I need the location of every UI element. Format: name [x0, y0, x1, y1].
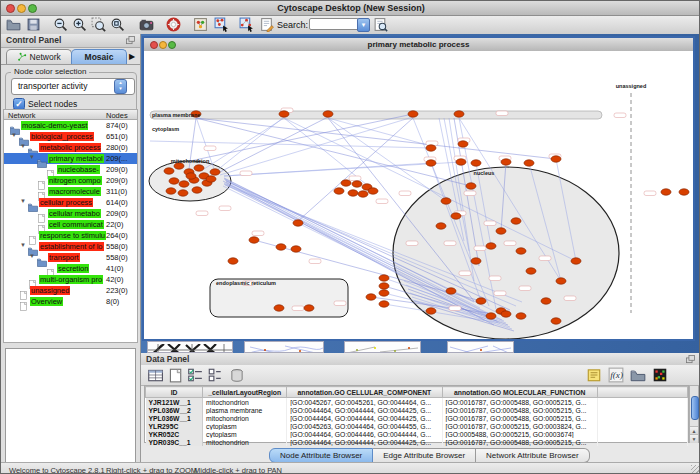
expand-arrow-icon[interactable]: ▼ — [29, 154, 35, 160]
cell[interactable]: [GO:0044464, GO:0044444, GO:0044425, G..… — [287, 406, 442, 414]
network-canvas[interactable]: plasma membranecytoplasmmitochondrionnuc… — [144, 51, 693, 339]
new-attribute-button[interactable] — [167, 367, 183, 383]
cell[interactable]: mitochondrion — [203, 414, 287, 422]
tree-row-cell-communicat[interactable]: cell communicat22(0) — [4, 219, 137, 230]
graph-node[interactable] — [426, 145, 436, 151]
graph-node[interactable] — [551, 318, 561, 324]
graph-node[interactable] — [476, 298, 486, 304]
expand-arrow-icon[interactable]: ▼ — [20, 242, 26, 248]
column-header[interactable]: annotation.GO MOLECULAR_FUNCTION — [442, 387, 597, 398]
graph-node[interactable] — [516, 313, 526, 319]
scroll-down-icon[interactable]: ▼ — [690, 434, 698, 443]
graph-node[interactable] — [541, 298, 551, 304]
tree-row-unassigned[interactable]: unassigned223(0) — [4, 285, 137, 296]
notes-button[interactable] — [586, 367, 602, 383]
graph-node[interactable] — [451, 213, 461, 219]
graph-node[interactable] — [379, 301, 389, 307]
graph-node[interactable] — [501, 159, 511, 165]
graph-node[interactable] — [426, 308, 436, 314]
zoom-selected-button[interactable] — [91, 17, 106, 32]
table-row[interactable]: YPL036W__1mitochondrion[GO:0044464, GO:0… — [146, 414, 688, 422]
graph-node[interactable] — [334, 188, 344, 194]
network-view-window[interactable]: primary metabolic process plasma membran… — [142, 36, 695, 341]
cell[interactable]: [GO:0016787, GO:0005488, GO:0005215, G..… — [442, 414, 597, 422]
cell[interactable]: YPL036W__1 — [146, 414, 203, 422]
cell[interactable]: mitochondrion — [203, 438, 287, 446]
background-network-window[interactable] — [244, 341, 324, 353]
tree-row-overview[interactable]: Overview8(0) — [4, 296, 137, 307]
graph-node[interactable] — [408, 111, 418, 117]
cell[interactable]: mitochondrion — [203, 398, 287, 407]
tab-mosaic[interactable]: Mosaic — [71, 49, 127, 64]
graph-node[interactable] — [368, 188, 378, 194]
graph-node[interactable] — [501, 311, 511, 317]
graph-node[interactable] — [426, 160, 436, 166]
graph-node[interactable] — [228, 258, 238, 264]
cell[interactable]: YJR121W__1 — [146, 398, 203, 407]
graph-node[interactable] — [454, 111, 464, 117]
graph-node[interactable] — [486, 243, 496, 249]
graph-node[interactable] — [169, 178, 179, 184]
graph-node[interactable] — [458, 141, 468, 147]
graph-node[interactable] — [274, 305, 284, 311]
tab-scroll-right-icon[interactable]: ▶ — [129, 52, 135, 61]
tab-node-attribute-browser[interactable]: Node Attribute Browser — [269, 448, 373, 463]
cell[interactable]: [GO:0016787, GO:0005488, GO:0005215, G..… — [442, 438, 597, 446]
cell[interactable]: [GO:0016787, GO:0005488, GO:0005215, G..… — [442, 398, 597, 407]
save-button[interactable] — [26, 17, 41, 32]
expand-arrow-icon[interactable]: ▼ — [20, 198, 26, 204]
tree-row-response-to-stimulu[interactable]: response to stimulu264(0) — [4, 230, 137, 241]
cell[interactable]: cytoplasm — [203, 430, 287, 438]
network-overlay-button[interactable] — [214, 17, 229, 32]
select-stepper-icon[interactable]: ▲▼ — [114, 79, 127, 94]
graph-node[interactable] — [471, 160, 481, 166]
table-row[interactable]: YPL036W__2plasma membrane[GO:0044464, GO… — [146, 406, 688, 414]
snapshot-button[interactable] — [139, 17, 154, 32]
background-network-window[interactable] — [344, 341, 421, 353]
help-button[interactable] — [166, 17, 181, 32]
birdseye-view-panel[interactable] — [5, 348, 136, 474]
expand-arrow-icon[interactable]: ▼ — [29, 253, 35, 259]
graph-node[interactable] — [291, 246, 301, 252]
background-network-window[interactable] — [447, 341, 514, 353]
column-header[interactable]: _cellularLayoutRegion — [203, 387, 287, 398]
cell[interactable]: plasma membrane — [203, 406, 287, 414]
graph-node[interactable] — [352, 181, 362, 187]
tab-network-attribute-browser[interactable]: Network Attribute Browser — [476, 448, 589, 463]
graph-node[interactable] — [276, 244, 286, 250]
graph-node[interactable] — [661, 189, 671, 195]
graph-node[interactable] — [571, 258, 581, 264]
graph-node[interactable] — [551, 156, 561, 162]
graph-node[interactable] — [304, 305, 314, 311]
tree-row-cellular-metabo[interactable]: cellular metabo209(0) — [4, 208, 137, 219]
column-header[interactable]: ID — [146, 387, 203, 398]
network-window-titlebar[interactable]: primary metabolic process — [144, 38, 693, 52]
tree-row-multi-organism-pro[interactable]: multi-organism pro42(0) — [4, 274, 137, 285]
delete-attribute-button[interactable] — [229, 367, 245, 383]
vizmapper-button[interactable] — [193, 17, 208, 32]
graph-node[interactable] — [466, 183, 476, 189]
tree-row-macromolecule[interactable]: macromolecule311(0) — [4, 186, 137, 197]
graph-node[interactable] — [341, 180, 351, 186]
graph-node[interactable] — [186, 173, 196, 179]
table-row[interactable]: YDR039C__1mitochondrion[GO:0044464, GO:0… — [146, 438, 688, 446]
cell[interactable]: [GO:0045267, GO:0045261, GO:0044464, G..… — [287, 398, 442, 407]
graph-node[interactable] — [293, 220, 303, 226]
annotation-button[interactable] — [259, 17, 274, 32]
resize-grip[interactable] — [691, 465, 699, 473]
graph-node[interactable] — [379, 290, 389, 296]
graph-node[interactable] — [524, 160, 534, 166]
graph-node[interactable] — [323, 111, 333, 117]
graph-node[interactable] — [164, 168, 174, 174]
tab-edge-attribute-browser[interactable]: Edge Attribute Browser — [373, 448, 476, 463]
tree-row-primary-metabol[interactable]: ▼primary metabol209(... — [4, 153, 137, 164]
cell[interactable]: [GO:0045263, GO:0044464, GO:0044455, G..… — [287, 422, 442, 430]
tab-network[interactable]: Network — [6, 49, 72, 64]
graph-node[interactable] — [441, 198, 451, 204]
graph-node[interactable] — [348, 190, 358, 196]
graph-node[interactable] — [206, 176, 216, 182]
background-network-window[interactable] — [147, 341, 233, 353]
cell[interactable]: [GO:0044464, GO:0044446, GO:0044444, G..… — [287, 430, 442, 438]
graph-node[interactable] — [446, 288, 456, 294]
graph-node[interactable] — [249, 237, 259, 243]
